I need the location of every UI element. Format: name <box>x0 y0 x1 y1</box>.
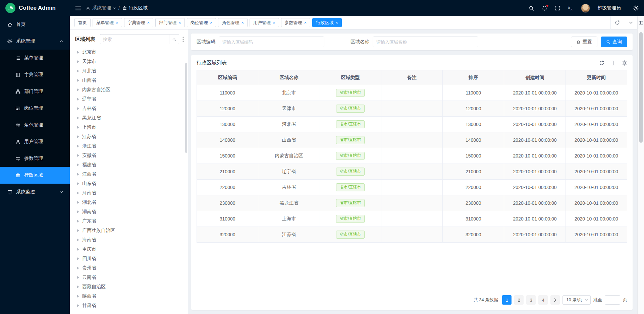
sidebar-item-menu-mgmt[interactable]: 菜单管理 <box>0 50 70 66</box>
tree-item[interactable]: 湖南省 <box>74 207 186 216</box>
page-button-1[interactable]: 1 <box>502 295 512 305</box>
expander-icon[interactable] <box>77 173 79 176</box>
table-row[interactable]: 150000 内蒙古自治区 省市/直辖市 150000 2020-10-01 0… <box>197 148 627 164</box>
refresh-icon[interactable] <box>610 16 624 29</box>
expander-icon[interactable] <box>77 51 79 54</box>
tree-item[interactable]: 山西省 <box>74 76 186 85</box>
sidebar-item-system[interactable]: 系统管理 <box>0 33 70 50</box>
tree-item[interactable]: 天津市 <box>74 57 186 66</box>
table-row[interactable]: 210000 辽宁省 省市/直辖市 210000 2020-10-01 00:0… <box>197 164 627 180</box>
tree-item[interactable]: 浙江省 <box>74 141 186 151</box>
table-row[interactable]: 320000 江苏省 省市/直辖市 320000 2020-10-01 00:0… <box>197 227 627 243</box>
search-icon[interactable] <box>529 5 534 11</box>
expander-icon[interactable] <box>77 257 79 260</box>
tree-item[interactable]: 内蒙古自治区 <box>74 85 186 95</box>
tree-search-input[interactable] <box>100 34 169 44</box>
page-size-select[interactable]: 10 条/页 <box>562 295 591 305</box>
breadcrumb-item-system[interactable]: 系统管理 <box>86 5 116 11</box>
tree-item[interactable]: 福建省 <box>74 160 186 170</box>
tab-close-icon[interactable]: × <box>241 20 244 25</box>
jump-page-input[interactable] <box>605 295 620 305</box>
bell-icon[interactable] <box>542 5 547 11</box>
tree-item[interactable]: 河南省 <box>74 188 186 198</box>
tab-dept-mgmt[interactable]: 部门管理 × <box>155 18 185 27</box>
tree-item[interactable]: 上海市 <box>74 123 186 132</box>
expander-icon[interactable] <box>77 145 79 147</box>
sidebar-item-role-mgmt[interactable]: 角色管理 <box>0 117 70 133</box>
expander-icon[interactable] <box>77 154 79 157</box>
sidebar-item-dict-mgmt[interactable]: 字典管理 <box>0 66 70 83</box>
tree-item[interactable]: 重庆市 <box>74 245 186 254</box>
sidebar-item-monitor[interactable]: 系统监控 <box>0 184 70 200</box>
tab-close-icon[interactable]: × <box>304 20 307 25</box>
table-settings-gear-icon[interactable] <box>622 60 627 66</box>
table-row[interactable]: 220000 吉林省 省市/直辖市 220000 2020-10-01 00:0… <box>197 180 627 195</box>
next-page-button[interactable] <box>550 295 560 305</box>
tab-home[interactable]: 首页 <box>74 18 91 27</box>
expander-icon[interactable] <box>77 79 79 82</box>
tab-close-icon[interactable]: × <box>178 20 181 25</box>
sidebar-item-dept-mgmt[interactable]: 部门管理 <box>0 83 70 100</box>
expander-icon[interactable] <box>77 60 79 63</box>
avatar[interactable] <box>581 4 590 13</box>
hamburger-icon[interactable] <box>75 6 81 10</box>
sidebar-item-param-mgmt[interactable]: 参数管理 <box>0 150 70 167</box>
scrollbar-thumb[interactable] <box>639 32 643 143</box>
table-row[interactable]: 310000 上海市 省市/直辖市 310000 2020-10-01 00:0… <box>197 211 627 227</box>
settings-gear-icon[interactable] <box>633 5 639 11</box>
expander-icon[interactable] <box>77 107 79 110</box>
reset-button[interactable]: 重置 <box>571 37 597 47</box>
filter-name-input[interactable] <box>373 37 478 47</box>
tree-item[interactable]: 甘肃省 <box>74 301 186 310</box>
tab-close-icon[interactable]: × <box>335 20 338 25</box>
tree-item[interactable]: 云南省 <box>74 273 186 282</box>
tree-item[interactable]: 江苏省 <box>74 132 186 141</box>
translate-icon[interactable]: 文A <box>568 5 574 11</box>
tree-item[interactable]: 河北省 <box>74 66 186 76</box>
sidebar-item-user-mgmt[interactable]: 用户管理 <box>0 133 70 150</box>
expander-icon[interactable] <box>77 286 79 288</box>
filter-code-input[interactable] <box>219 37 324 47</box>
tree-item[interactable]: 四川省 <box>74 254 186 263</box>
app-logo[interactable]: Coffee Admin <box>0 0 70 16</box>
kebab-menu-icon[interactable] <box>182 37 184 42</box>
expander-icon[interactable] <box>77 304 79 307</box>
expander-icon[interactable] <box>77 192 79 194</box>
tree-item[interactable]: 江西省 <box>74 170 186 179</box>
tree-item[interactable]: 陕西省 <box>74 292 186 301</box>
tree-search-button[interactable] <box>169 34 179 44</box>
tree-item[interactable]: 西藏自治区 <box>74 282 186 292</box>
expander-icon[interactable] <box>77 164 79 166</box>
expander-icon[interactable] <box>77 70 79 72</box>
expander-icon[interactable] <box>77 267 79 269</box>
tree-item[interactable]: 北京市 <box>74 48 186 57</box>
tab-dict-mgmt[interactable]: 字典管理 × <box>124 18 154 27</box>
expander-icon[interactable] <box>77 135 79 138</box>
tab-region[interactable]: 行政区域 × <box>312 18 342 27</box>
tree-item[interactable]: 湖北省 <box>74 198 186 207</box>
tree-item[interactable]: 黑龙江省 <box>74 113 186 123</box>
tree-scrollbar[interactable] <box>185 63 187 153</box>
tree-item[interactable]: 广东省 <box>74 216 186 226</box>
expander-icon[interactable] <box>77 295 79 298</box>
table-row[interactable]: 230000 黑龙江省 省市/直辖市 230000 2020-10-01 00:… <box>197 195 627 211</box>
tree-item[interactable]: 吉林省 <box>74 104 186 113</box>
tree-item[interactable]: 广西壮族自治区 <box>74 226 186 235</box>
table-row[interactable]: 130000 河北省 省市/直辖市 130000 2020-10-01 00:0… <box>197 117 627 132</box>
expander-icon[interactable] <box>77 276 79 279</box>
expander-icon[interactable] <box>77 201 79 204</box>
tab-param-mgmt[interactable]: 参数管理 × <box>281 18 311 27</box>
tab-post-mgmt[interactable]: 岗位管理 × <box>187 18 216 27</box>
page-button-4[interactable]: 4 <box>538 295 548 305</box>
expander-icon[interactable] <box>77 229 79 232</box>
expander-icon[interactable] <box>77 117 79 119</box>
page-button-3[interactable]: 3 <box>526 295 536 305</box>
sidebar-item-post-mgmt[interactable]: 岗位管理 <box>0 100 70 117</box>
refresh-icon[interactable] <box>599 60 604 66</box>
tree-item[interactable]: 贵州省 <box>74 263 186 273</box>
tab-close-icon[interactable]: × <box>210 20 213 25</box>
tree-item[interactable]: 安徽省 <box>74 151 186 160</box>
expander-icon[interactable] <box>77 210 79 213</box>
row-height-icon[interactable] <box>610 60 616 66</box>
collapse-panel-icon[interactable] <box>639 16 643 29</box>
